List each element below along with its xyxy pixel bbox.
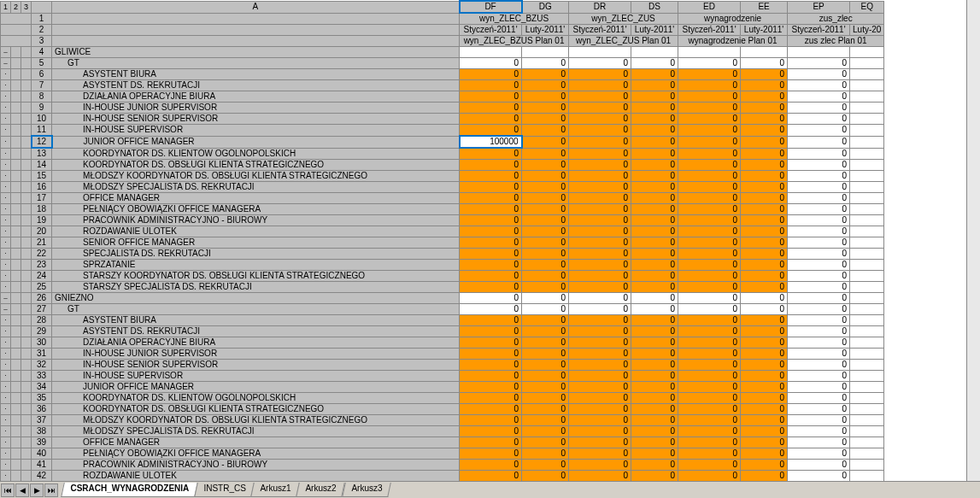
- data-cell[interactable]: [522, 47, 569, 58]
- data-cell[interactable]: [850, 437, 884, 448]
- data-cell[interactable]: 0: [678, 471, 741, 482]
- row-head[interactable]: 14: [32, 160, 52, 171]
- row-1-head[interactable]: 1: [32, 13, 52, 25]
- data-cell[interactable]: 0: [678, 337, 741, 349]
- row-label[interactable]: GLIWICE: [52, 47, 460, 58]
- data-cell[interactable]: 0: [788, 282, 850, 293]
- data-cell[interactable]: 0: [522, 226, 569, 237]
- data-cell[interactable]: 0: [631, 260, 678, 271]
- data-cell[interactable]: 0: [678, 315, 741, 326]
- data-cell[interactable]: [850, 160, 884, 171]
- data-cell[interactable]: [850, 315, 884, 326]
- row-label[interactable]: KOORDYNATOR DS. KLIENTÓW OGÓLNOPOLSKICH: [52, 148, 460, 160]
- outline-dot-icon[interactable]: ·: [1, 226, 11, 237]
- row-label[interactable]: DZIAŁANIA OPERACYJNE BIURA: [52, 337, 460, 349]
- data-cell[interactable]: 0: [788, 193, 850, 204]
- data-cell[interactable]: 0: [788, 404, 850, 415]
- data-cell[interactable]: 0: [631, 415, 678, 426]
- data-cell[interactable]: 0: [631, 282, 678, 293]
- row-label[interactable]: ASYSTENT BIURA: [52, 315, 460, 326]
- data-cell[interactable]: 0: [522, 349, 569, 360]
- data-cell[interactable]: 0: [741, 282, 788, 293]
- data-cell[interactable]: 0: [741, 136, 788, 148]
- data-cell[interactable]: 0: [788, 136, 850, 148]
- tab-nav-first[interactable]: ⏮: [1, 483, 15, 497]
- row-label[interactable]: ROZDAWANIE ULOTEK: [52, 226, 460, 237]
- data-cell[interactable]: 0: [678, 103, 741, 114]
- data-cell[interactable]: 0: [788, 260, 850, 271]
- data-cell[interactable]: 0: [631, 460, 678, 471]
- data-cell[interactable]: 0: [522, 215, 569, 226]
- selected-cell[interactable]: 100000: [460, 136, 522, 148]
- row-label[interactable]: ASYSTENT DS. REKRUTACJI: [52, 326, 460, 337]
- row-head[interactable]: 37: [32, 415, 52, 426]
- data-cell[interactable]: [850, 393, 884, 404]
- data-cell[interactable]: 0: [569, 125, 631, 137]
- data-cell[interactable]: 0: [569, 182, 631, 193]
- data-cell[interactable]: 0: [522, 125, 569, 137]
- data-cell[interactable]: [850, 260, 884, 271]
- row-label[interactable]: ROZDAWANIE ULOTEK: [52, 471, 460, 482]
- data-cell[interactable]: 0: [678, 304, 741, 315]
- data-cell[interactable]: [850, 47, 884, 58]
- row-label[interactable]: PEŁNIĄCY OBOWIĄZKI OFFICE MANAGERA: [52, 204, 460, 215]
- data-cell[interactable]: 0: [788, 271, 850, 282]
- data-cell[interactable]: 0: [460, 293, 522, 304]
- data-cell[interactable]: 0: [678, 193, 741, 204]
- data-cell[interactable]: 0: [788, 237, 850, 249]
- outline-dot-icon[interactable]: ·: [1, 160, 11, 171]
- outline-dot-icon[interactable]: ·: [1, 182, 11, 193]
- data-cell[interactable]: 0: [631, 171, 678, 182]
- outline-dot-icon[interactable]: ·: [1, 125, 11, 137]
- data-cell[interactable]: [741, 47, 788, 58]
- data-cell[interactable]: 0: [569, 136, 631, 148]
- outline-dot-icon[interactable]: ·: [1, 282, 11, 293]
- data-cell[interactable]: 0: [460, 271, 522, 282]
- data-cell[interactable]: 0: [522, 160, 569, 171]
- row-label[interactable]: OFFICE MANAGER: [52, 193, 460, 204]
- outline-dot-icon[interactable]: ·: [1, 136, 11, 148]
- data-cell[interactable]: 0: [522, 315, 569, 326]
- data-cell[interactable]: 0: [631, 58, 678, 69]
- data-cell[interactable]: 0: [678, 382, 741, 393]
- outline-collapse-icon[interactable]: –: [1, 304, 11, 315]
- data-cell[interactable]: [850, 237, 884, 249]
- outline-dot-icon[interactable]: ·: [1, 415, 11, 426]
- outline-level-3[interactable]: 3: [21, 1, 32, 13]
- data-cell[interactable]: 0: [460, 91, 522, 103]
- tab-nav-prev[interactable]: ◀: [15, 483, 29, 497]
- data-cell[interactable]: 0: [678, 91, 741, 103]
- row-head[interactable]: 4: [32, 47, 52, 58]
- data-cell[interactable]: [850, 349, 884, 360]
- row-label[interactable]: IN-HOUSE SENIOR SUPERVISOR: [52, 360, 460, 371]
- data-cell[interactable]: 0: [569, 226, 631, 237]
- data-cell[interactable]: 0: [522, 193, 569, 204]
- data-cell[interactable]: 0: [741, 91, 788, 103]
- data-cell[interactable]: 0: [678, 249, 741, 260]
- data-cell[interactable]: 0: [522, 382, 569, 393]
- data-cell[interactable]: 0: [678, 148, 741, 160]
- data-cell[interactable]: 0: [631, 393, 678, 404]
- data-cell[interactable]: 0: [460, 349, 522, 360]
- data-cell[interactable]: 0: [569, 426, 631, 437]
- data-cell[interactable]: 0: [522, 426, 569, 437]
- data-cell[interactable]: 0: [460, 315, 522, 326]
- data-cell[interactable]: 0: [741, 382, 788, 393]
- data-cell[interactable]: 0: [678, 226, 741, 237]
- data-cell[interactable]: 0: [741, 226, 788, 237]
- data-cell[interactable]: 0: [788, 58, 850, 69]
- data-cell[interactable]: 0: [460, 337, 522, 349]
- data-cell[interactable]: 0: [522, 148, 569, 160]
- data-cell[interactable]: 0: [460, 260, 522, 271]
- data-cell[interactable]: 0: [631, 404, 678, 415]
- outline-dot-icon[interactable]: ·: [1, 326, 11, 337]
- data-cell[interactable]: 0: [460, 360, 522, 371]
- data-cell[interactable]: 0: [460, 382, 522, 393]
- col-EP[interactable]: EP: [788, 1, 850, 13]
- row-head[interactable]: 40: [32, 448, 52, 460]
- data-cell[interactable]: 0: [788, 471, 850, 482]
- outline-dot-icon[interactable]: ·: [1, 171, 11, 182]
- data-cell[interactable]: [850, 382, 884, 393]
- row-head[interactable]: 35: [32, 393, 52, 404]
- data-cell[interactable]: 0: [788, 293, 850, 304]
